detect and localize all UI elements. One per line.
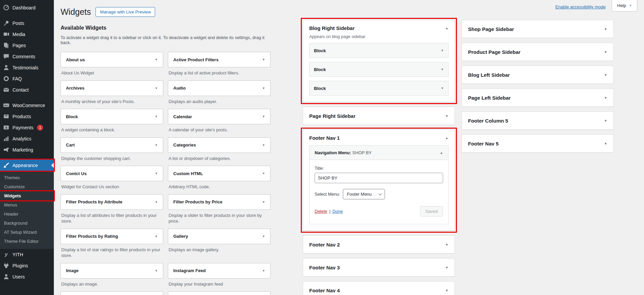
sidebar-item-woocommerce[interactable]: Woo WooCommerce bbox=[0, 100, 54, 111]
widget-description: Display a list of star ratings to filter… bbox=[61, 247, 163, 259]
chevron-down-icon: ▼ bbox=[441, 68, 444, 71]
woocommerce-icon: Woo bbox=[3, 102, 9, 108]
sidebar-item-analytics[interactable]: Analytics bbox=[0, 133, 54, 144]
widget-description: Display a slider to filter products in y… bbox=[169, 212, 270, 224]
enable-accessibility-mode-link[interactable]: Enable accessibility mode bbox=[555, 4, 606, 9]
chevron-down-icon: ▼ bbox=[604, 142, 607, 145]
sidebar-item-media[interactable]: Media bbox=[0, 29, 54, 40]
sidebar-item-posts[interactable]: Posts bbox=[0, 18, 54, 29]
panel-blog-left-sidebar[interactable]: Blog Left Sidebar ▼ bbox=[462, 66, 614, 84]
sidebar-item-yith[interactable]: y YITH bbox=[0, 249, 54, 260]
select-menu-label: Select Menu: bbox=[315, 192, 340, 197]
placed-widget-block[interactable]: Block ▼ bbox=[309, 62, 449, 77]
widget-box[interactable]: Categories▼ bbox=[168, 137, 271, 153]
widget-box[interactable]: Active Product Filters▼ bbox=[168, 52, 271, 67]
widget-description: About Us Widget bbox=[61, 70, 163, 76]
widget-box[interactable]: Calendar▼ bbox=[168, 109, 271, 124]
widget-box[interactable]: Custom HTML▼ bbox=[168, 166, 271, 181]
submenu-item-header[interactable]: Header bbox=[0, 209, 54, 219]
panel-title: Footer Column 5 bbox=[468, 118, 508, 124]
submenu-item-theme-file-editor[interactable]: Theme File Editor bbox=[0, 237, 54, 246]
widget-card-filter-rating: Filter Products by Rating▼ Display a lis… bbox=[61, 229, 163, 263]
widget-name: Block bbox=[314, 67, 326, 72]
widget-box[interactable]: Block▼ bbox=[61, 109, 163, 124]
saved-button[interactable]: Saved bbox=[420, 206, 443, 217]
widget-title-input[interactable] bbox=[315, 173, 443, 183]
submenu-item-menus[interactable]: Menus bbox=[0, 200, 54, 209]
sidebar-item-pages[interactable]: Pages bbox=[0, 40, 54, 51]
widget-box[interactable]: About us▼ bbox=[61, 52, 163, 67]
menu-select-dropdown[interactable]: Footer Menu bbox=[343, 189, 385, 199]
panel-toggle[interactable]: Footer Nav 1 ▲ bbox=[309, 135, 449, 141]
submenu-item-at-setup-wizard[interactable]: AT Setup Wizard bbox=[0, 228, 54, 237]
widget-header[interactable]: Navigation Menu: SHOP BY ▲ bbox=[309, 145, 449, 160]
sidebar-item-contact[interactable]: Contact bbox=[0, 84, 54, 95]
user-icon bbox=[3, 273, 9, 280]
panel-page-right-sidebar[interactable]: Page Right Sidebar ▼ bbox=[303, 107, 455, 125]
menu-separator bbox=[0, 95, 54, 100]
help-button[interactable]: Help ▼ bbox=[612, 0, 637, 11]
panel-footer-nav-2[interactable]: Footer Nav 2 ▼ bbox=[303, 235, 455, 254]
sidebar-item-payments[interactable]: $ Payments 1 bbox=[0, 122, 54, 133]
sidebar-item-users[interactable]: Users bbox=[0, 271, 54, 282]
placed-widget-block[interactable]: Block ▼ bbox=[309, 43, 449, 58]
comment-icon bbox=[3, 53, 9, 60]
panel-title: Blog Right Sidebar bbox=[309, 25, 355, 31]
panel-footer-nav-3[interactable]: Footer Nav 3 ▼ bbox=[303, 258, 455, 276]
widget-box[interactable]: Gallery▼ bbox=[168, 229, 271, 244]
delete-link[interactable]: Delete bbox=[315, 209, 327, 214]
submenu-item-background[interactable]: Background bbox=[0, 219, 54, 228]
widget-box[interactable]: Audio▼ bbox=[168, 80, 271, 96]
widget-name: Block bbox=[314, 86, 326, 91]
widget-box[interactable]: Archives▼ bbox=[61, 80, 163, 96]
chevron-down-icon: ▼ bbox=[604, 50, 607, 54]
panel-title: Footer Nav 3 bbox=[309, 265, 340, 270]
widget-box[interactable]: Filter Products by Attribute▼ bbox=[61, 194, 163, 210]
widget-card-navigation-menu: Navigation Menu▼ bbox=[168, 291, 271, 295]
sidebar-item-appearance[interactable]: Appearance bbox=[0, 160, 54, 171]
products-box-icon bbox=[3, 113, 9, 120]
available-widgets-heading: Available Widgets bbox=[61, 25, 271, 31]
widget-box[interactable]: Navigation Menu▼ bbox=[168, 291, 271, 295]
submenu-item-customize[interactable]: Customize bbox=[0, 182, 54, 191]
panel-title: Footer Nav 4 bbox=[309, 288, 340, 293]
sidebar-item-label: Plugins bbox=[12, 263, 28, 268]
sidebar-item-testimonials[interactable]: Testimonials bbox=[0, 62, 54, 73]
widget-card-instagram-feed: Instagram Feed▼ Display your Instagram f… bbox=[168, 263, 271, 292]
panel-title: Footer Nav 1 bbox=[309, 135, 340, 141]
widget-box[interactable]: Filter Products by Rating▼ bbox=[61, 229, 163, 244]
panel-footer-column-5[interactable]: Footer Column 5 ▼ bbox=[462, 111, 614, 130]
chevron-down-icon: ▼ bbox=[155, 172, 158, 175]
panel-footer-nav-4[interactable]: Footer Nav 4 ▼ bbox=[303, 281, 455, 295]
widget-box[interactable]: Cart▼ bbox=[61, 137, 163, 153]
manage-with-live-preview-button[interactable]: Manage with Live Preview bbox=[96, 7, 155, 17]
submenu-item-widgets[interactable]: Widgets bbox=[0, 191, 54, 200]
widget-box[interactable]: Filter Products by Price▼ bbox=[168, 194, 271, 210]
widget-card-image: Image▼ Displays an image. bbox=[61, 263, 163, 292]
megaphone-icon bbox=[3, 146, 9, 153]
sidebar-item-comments[interactable]: Comments bbox=[0, 51, 54, 62]
panel-toggle[interactable]: Blog Right Sidebar ▲ bbox=[309, 25, 449, 31]
sidebar-item-faq[interactable]: FAQ bbox=[0, 73, 54, 84]
brush-icon bbox=[3, 162, 9, 168]
panel-shop-page-sidebar[interactable]: Shop Page Sidebar ▼ bbox=[462, 20, 614, 38]
panel-product-page-sidebar[interactable]: Product Page Sidebar ▼ bbox=[462, 43, 614, 61]
widget-box[interactable]: Meta▼ bbox=[61, 291, 163, 295]
widget-box[interactable]: Contct Us▼ bbox=[61, 166, 163, 181]
done-link[interactable]: Done bbox=[332, 209, 343, 214]
sidebar-item-plugins[interactable]: Plugins bbox=[0, 260, 54, 271]
sidebar-item-products[interactable]: Products bbox=[0, 111, 54, 122]
sidebar-item-label: Marketing bbox=[12, 147, 33, 153]
panel-title: Page Right Sidebar bbox=[309, 113, 356, 119]
sidebar-item-dashboard[interactable]: Dashboard bbox=[0, 2, 54, 13]
widget-box[interactable]: Image▼ bbox=[61, 263, 163, 278]
submenu-item-themes[interactable]: Themes bbox=[0, 173, 54, 182]
panel-footer-nav-5[interactable]: Footer Nav 5 ▼ bbox=[462, 134, 614, 153]
payments-dollar-icon: $ bbox=[3, 124, 9, 131]
sidebar-areas-column-2: Shop Page Sidebar ▼ Product Page Sidebar… bbox=[462, 19, 614, 153]
widget-box[interactable]: Instagram Feed▼ bbox=[168, 263, 271, 278]
placed-widget-block[interactable]: Block ▼ bbox=[309, 81, 449, 96]
widget-description: Display a list of active product filters… bbox=[169, 70, 270, 76]
panel-page-left-sidebar[interactable]: Page Left Sidebar ▼ bbox=[462, 89, 614, 107]
sidebar-item-marketing[interactable]: Marketing bbox=[0, 144, 54, 155]
